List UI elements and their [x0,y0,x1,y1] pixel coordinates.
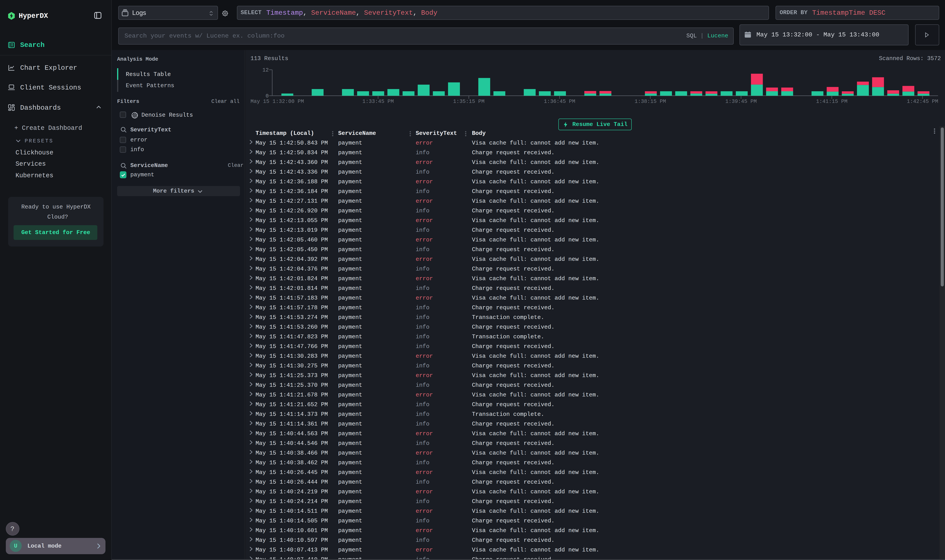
svg-text:12: 12 [262,67,269,73]
svg-text:1:35:15 PM: 1:35:15 PM [453,98,484,105]
svg-text:0: 0 [266,93,269,99]
svg-text:May 15 1:32:00 PM: May 15 1:32:00 PM [250,98,304,105]
svg-text:1:33:45 PM: 1:33:45 PM [362,98,394,105]
svg-text:1:39:45 PM: 1:39:45 PM [725,98,757,105]
svg-text:1:41:15 PM: 1:41:15 PM [816,98,848,105]
svg-text:1:42:45 PM: 1:42:45 PM [907,98,938,105]
svg-text:1:36:45 PM: 1:36:45 PM [544,98,575,105]
svg-text:1:38:15 PM: 1:38:15 PM [635,98,666,105]
